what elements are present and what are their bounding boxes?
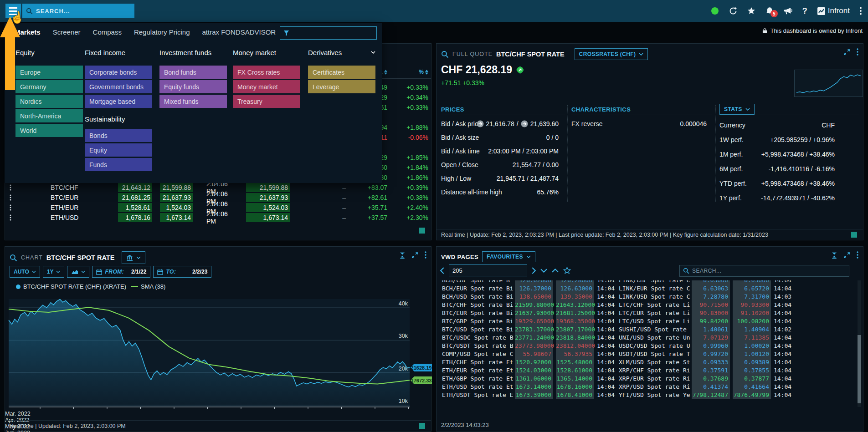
vwd-rate-row[interactable]: LINK/EUR Spot rate C6.630636.6572014:04 (619, 285, 797, 293)
expand-icon[interactable] (843, 252, 850, 259)
menu-item-money-market[interactable]: Money market (233, 80, 300, 93)
vwd-instrument-name: YFI/USD Spot rate Ye (619, 391, 690, 398)
menu-item-sustainability-funds[interactable]: Funds (85, 158, 152, 171)
quote-search-icon[interactable] (441, 51, 449, 58)
page-back-icon[interactable] (440, 267, 444, 274)
menu-item-europe[interactable]: Europe (15, 66, 83, 79)
notifications-bell-icon[interactable]: 5 (765, 7, 774, 15)
price-chart[interactable]: 40k30k20k10k (5, 247, 432, 432)
vwd-search[interactable] (679, 265, 849, 277)
global-search[interactable] (22, 4, 134, 18)
vwd-rate-row[interactable]: BCH/EUR Spot rate Bi126.37000126.6300014… (442, 285, 621, 293)
menu-item-leverage[interactable]: Leverage (308, 80, 375, 93)
vwd-rate-row[interactable]: ETH/CHF Spot rate Et1520.920001525.48000… (442, 358, 621, 366)
menu-item-corporate-bonds[interactable]: Corporate bonds (85, 66, 152, 79)
help-icon[interactable]: ? (802, 6, 807, 16)
vwd-rate-row[interactable]: BTC/EUR Spot rate Bi21637.9300021681.250… (442, 309, 621, 317)
link-channel-icon[interactable] (832, 252, 837, 259)
expand-icon[interactable] (843, 49, 850, 56)
vwd-rate-row[interactable]: USDT/USD Spot rate T0.997201.0012014:04 (619, 350, 797, 358)
menu-item-north-america[interactable]: North-America (15, 109, 83, 122)
quote-row-value: 2:03:00 PM / 2:03:00 PM (488, 147, 559, 155)
vwd-rate-row[interactable]: BCH/CHF Spot rate B126.02000126.2800014:… (442, 280, 621, 285)
vwd-rate-row[interactable]: BCH/USD Spot rate Bi138.65000139.3500014… (442, 293, 621, 301)
vwd-rate-row[interactable]: LTC/EUR Spot rate Li90.8300091.1020014:0… (619, 309, 797, 317)
quote-row-label: 6M perf. (719, 165, 743, 173)
menu-item-nordics[interactable]: Nordics (15, 95, 83, 108)
menu-tab-compass[interactable]: Compass (93, 28, 122, 36)
vwd-rate-row[interactable]: USDC/USD Spot rate U0.999601.0002014:04 (619, 342, 797, 350)
vwd-rate-row[interactable]: ETH/USDT Spot rate E1673.390001678.41000… (442, 391, 621, 399)
vwd-rate-row[interactable]: ETH/EUR Spot rate Et1524.030001528.61000… (442, 366, 621, 375)
menu-item-fx-cross-rates[interactable]: FX Cross rates (233, 66, 300, 79)
menu-filter-input[interactable] (292, 30, 373, 36)
page-up-icon[interactable] (552, 269, 559, 273)
vwd-time-value: 14:02 (774, 326, 791, 333)
panel-kebab-icon[interactable] (857, 251, 858, 259)
page-forward-icon[interactable] (532, 267, 536, 274)
page-down-icon[interactable] (540, 269, 547, 273)
row-kebab-icon[interactable] (10, 193, 11, 203)
vwd-rate-row[interactable]: XRP/USD Spot rate Ri0.413740.4166414:04 (619, 383, 797, 391)
vwd-rate-row[interactable]: ETH/USD Spot rate Et1673.140001678.16000… (442, 383, 621, 391)
watchlist-sort-col-pct[interactable]: % (419, 69, 428, 75)
main-menu-button[interactable] (5, 4, 21, 18)
favourites-star-icon[interactable] (747, 7, 755, 15)
page-number-input[interactable] (449, 264, 527, 276)
vwd-scrollbar-thumb[interactable] (858, 335, 861, 403)
menu-item-certificates[interactable]: Certificates (308, 66, 375, 79)
menu-tab-screener[interactable]: Screener (53, 28, 81, 36)
vwd-rate-row[interactable]: XRP/EUR Spot rate Ri0.376890.3787714:04 (619, 375, 797, 383)
vwd-rate-row[interactable]: ETH/GBP Spot rate Et1361.060001365.14000… (442, 375, 621, 383)
menu-item-sustainability-equity[interactable]: Equity (85, 143, 152, 157)
vwd-rate-row[interactable]: BTC/USDT Spot rate B23773.9800023812.040… (442, 342, 621, 350)
topbar-kebab-icon[interactable] (860, 7, 862, 15)
stats-selector[interactable]: STATS (719, 104, 755, 115)
vwd-rate-row[interactable]: UNI/USD Spot rate Un7.071297.1138514:04 (619, 334, 797, 342)
vwd-rate-row[interactable]: BTC/USDC Spot rate B23771.2400023818.840… (442, 334, 621, 342)
row-kebab-icon[interactable] (10, 213, 11, 223)
vwd-rate-row[interactable]: BTC/USD Spot rate Bi23783.3700023807.170… (442, 325, 621, 334)
vwd-rate-row[interactable]: BTC/CHF Spot rate Bi21599.8800021643.120… (442, 301, 621, 309)
vwd-rate-row[interactable]: LTC/USD Spot rate Li99.84200100.0820014:… (619, 317, 797, 325)
vwd-rate-row[interactable]: YFI/USD Spot rate Ye7798.124877876.49799… (619, 391, 797, 399)
vwd-rate-row[interactable]: SUSHI/USD Spot rate1.400611.4090414:02 (619, 325, 797, 334)
vwd-ask-value: 126.63000 (556, 285, 594, 293)
announcements-megaphone-icon[interactable] (784, 7, 792, 15)
menu-item-government-bonds[interactable]: Government bonds (85, 80, 152, 93)
menu-tab-markets[interactable]: Markets (15, 28, 41, 36)
vwd-bid-value: 19329.65000 (515, 317, 553, 325)
watchlist-sort-col-1[interactable]: . (381, 69, 387, 75)
watchlist-row[interactable]: ETH/USD1,678.161,673.141,673.142:04:06 P… (5, 213, 431, 223)
menu-item-equity-funds[interactable]: Equity funds (159, 80, 227, 93)
vwd-rate-row[interactable]: LINK/USD Spot rate C7.287807.3170014:03 (619, 293, 797, 301)
refresh-icon[interactable] (729, 7, 737, 15)
vwd-rate-row[interactable]: LINK/CHF Spot rate C6.030006.0500014:04 (619, 280, 797, 285)
vwd-rate-row[interactable]: XRP/CHF Spot rate Ri0.375910.3785514:04 (619, 366, 797, 375)
row-kebab-icon[interactable] (10, 203, 11, 213)
menu-item-treasury[interactable]: Treasury (233, 95, 300, 108)
menu-item-germany[interactable]: Germany (15, 80, 83, 93)
vwd-rate-row[interactable]: LTC/CHF Spot rate Li90.7150090.9330014:0… (619, 301, 797, 309)
vwd-scrollbar[interactable] (858, 280, 861, 407)
quote-row-value: +5,998.473468 / +38.46% (761, 180, 835, 187)
vwd-rate-row[interactable]: COMP/USD Spot rate C55.9860756.3793514:0… (442, 350, 621, 358)
vwd-rate-row[interactable]: BTC/GBP Spot rate Bi19329.6500019368.350… (442, 317, 621, 325)
favourite-star-outline-icon[interactable] (563, 267, 571, 274)
row-kebab-icon[interactable] (10, 183, 11, 193)
menu-tab-attrax-fondsadvisor[interactable]: attrax FONDSADVISOR (202, 28, 276, 36)
crossrates-selector[interactable]: CROSSRATES (CHF) (575, 48, 648, 60)
vwd-search-input[interactable] (692, 268, 846, 274)
menu-filter[interactable] (280, 26, 377, 40)
menu-item-bond-funds[interactable]: Bond funds (159, 66, 227, 79)
favourites-selector[interactable]: FAVOURITES (482, 251, 535, 262)
menu-item-world[interactable]: World (15, 124, 83, 137)
panel-kebab-icon[interactable] (857, 48, 858, 56)
quote-status-square (851, 232, 857, 238)
menu-item-mixed-funds[interactable]: Mixed funds (159, 95, 227, 108)
menu-tab-regulatory-pricing[interactable]: Regulatory Pricing (134, 28, 190, 36)
vwd-rate-row[interactable]: XLM/USD Spot rate St0.093330.0938914:04 (619, 358, 797, 366)
menu-item-mortgage-based[interactable]: Mortgage based (85, 95, 152, 108)
menu-item-sustainability-bonds[interactable]: Bonds (85, 129, 152, 142)
global-search-input[interactable] (36, 8, 131, 15)
